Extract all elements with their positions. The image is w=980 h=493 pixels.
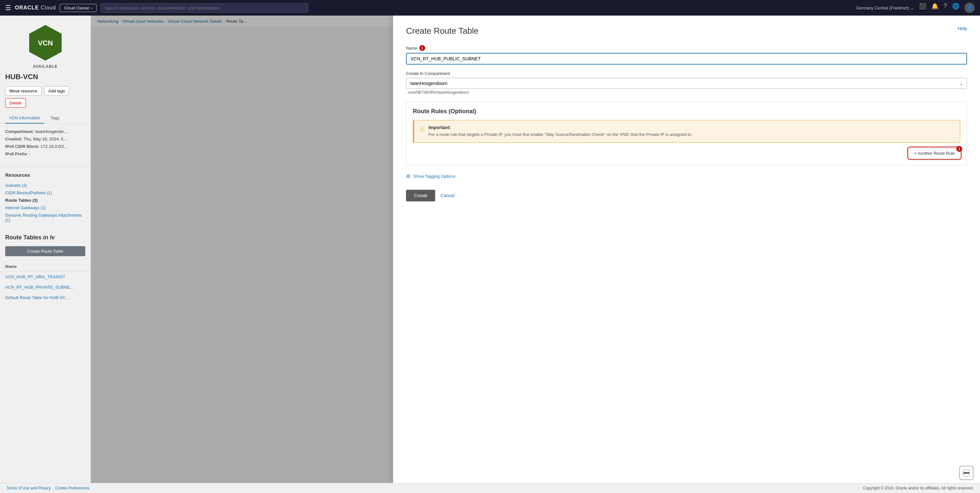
avatar[interactable]: 👤 bbox=[964, 3, 975, 13]
help-link[interactable]: Help bbox=[958, 26, 967, 31]
name-form-group: Name 1 bbox=[406, 45, 967, 65]
top-navigation: ☰ ORACLE Cloud Cloud Classic › Germany C… bbox=[0, 0, 980, 16]
compartment-path: :root/NETWORK/IwanHoogendoorn bbox=[406, 90, 967, 95]
terms-link[interactable]: Terms of Use and Privacy bbox=[6, 486, 51, 490]
vcn-title: HUB-VCN bbox=[0, 73, 91, 86]
route-tables-header: Route Tables in Iv bbox=[0, 229, 91, 246]
move-resource-button[interactable]: Move resource bbox=[5, 86, 41, 96]
sidebar-item-cidr[interactable]: CIDR Blocks/Prefixes (1) bbox=[5, 189, 85, 197]
nav-icons: ⬛ 🔔 ? 🌐 👤 bbox=[919, 3, 975, 13]
show-tagging-options[interactable]: ⚙ Show Tagging Options bbox=[406, 173, 967, 180]
another-route-rule-button[interactable]: + Another Route Rule bbox=[908, 148, 960, 159]
name-input[interactable] bbox=[406, 53, 967, 65]
another-route-rule-area: + Another Route Rule 2 bbox=[413, 148, 960, 159]
footer-left: Terms of Use and Privacy Cookie Preferen… bbox=[6, 486, 89, 490]
tab-vcn-information[interactable]: VCN Information bbox=[5, 113, 44, 124]
vcn-compartment: Compartment: IwanHoogendo... bbox=[5, 129, 85, 134]
table-row-drg-transit[interactable]: VCN_HUB_RT_DRG_TRANSIT bbox=[0, 272, 91, 282]
table-row-default[interactable]: Default Route Table for HUB-VC... bbox=[0, 293, 91, 303]
cancel-button[interactable]: Cancel bbox=[441, 193, 455, 198]
resources-section: Resources Subnets (2) CIDR Blocks/Prefix… bbox=[0, 167, 91, 229]
create-route-table-sidebar-button[interactable]: Create Route Table bbox=[5, 246, 85, 256]
route-rules-box: Route Rules (Optional) ⚠ Important: For … bbox=[406, 101, 967, 165]
vcn-status-label: AVAILABLE bbox=[33, 64, 58, 69]
svg-point-4 bbox=[964, 472, 966, 474]
modal-header: Create Route Table Help bbox=[406, 26, 967, 36]
monitor-icon[interactable]: ⬛ bbox=[919, 3, 926, 13]
vcn-ipv6: IPv6 Prefix: - bbox=[5, 151, 85, 156]
nav-right: Germany Central (Frankfurt) ⌄ ⬛ 🔔 ? 🌐 👤 bbox=[856, 3, 975, 13]
vcn-tabs: VCN Information Tags bbox=[0, 113, 91, 124]
compartment-select-wrapper: IwanHoogendoorn bbox=[406, 78, 967, 89]
hamburger-menu[interactable]: ☰ bbox=[5, 4, 11, 12]
globe-icon[interactable]: 🌐 bbox=[952, 3, 959, 13]
sidebar-item-subnets[interactable]: Subnets (2) bbox=[5, 181, 85, 189]
modal-title: Create Route Table bbox=[406, 26, 479, 36]
compartment-form-group: Create In Compartment IwanHoogendoorn :r… bbox=[406, 71, 967, 95]
content-area: Networking › Virtual cloud networks › Vi… bbox=[91, 16, 980, 493]
sidebar-item-route-tables[interactable]: Route Tables (3) bbox=[5, 197, 85, 204]
warning-icon: ⚠ bbox=[419, 126, 425, 138]
another-route-badge: 2 bbox=[956, 146, 962, 152]
footer: Terms of Use and Privacy Cookie Preferen… bbox=[0, 483, 980, 493]
table-column-name: Name bbox=[0, 261, 91, 272]
create-button[interactable]: Create bbox=[406, 190, 435, 201]
svg-point-3 bbox=[966, 472, 967, 474]
compartment-label: Create In Compartment bbox=[406, 71, 967, 76]
svg-point-5 bbox=[967, 472, 969, 474]
sidebar: VCN AVAILABLE HUB-VCN Move resource Add … bbox=[0, 16, 91, 493]
main-layout: VCN AVAILABLE HUB-VCN Move resource Add … bbox=[0, 16, 980, 493]
name-badge: 1 bbox=[419, 45, 425, 51]
help-widget[interactable] bbox=[959, 466, 974, 480]
sidebar-actions: Move resource Add tags Delete bbox=[0, 86, 91, 113]
add-tags-button[interactable]: Add tags bbox=[44, 86, 69, 96]
vcn-ipv4: IPv4 CIDR Block: 172.16.0.0/2... bbox=[5, 144, 85, 149]
svg-text:VCN: VCN bbox=[38, 39, 52, 47]
vcn-info-panel: Compartment: IwanHoogendo... Created: Th… bbox=[0, 124, 91, 164]
important-text: Important: For a route rule that targets… bbox=[428, 125, 692, 138]
important-banner: ⚠ Important: For a route rule that targe… bbox=[413, 120, 960, 143]
vcn-icon-area: VCN AVAILABLE bbox=[0, 16, 91, 73]
name-label: Name 1 bbox=[406, 45, 967, 51]
tab-tags[interactable]: Tags bbox=[47, 113, 63, 124]
sidebar-item-internet-gateways[interactable]: Internet Gateways (1) bbox=[5, 204, 85, 212]
footer-copyright: Copyright © 2024, Oracle and/or its affi… bbox=[863, 486, 974, 490]
route-rules-title: Route Rules (Optional) bbox=[413, 108, 960, 115]
sidebar-item-drg-attachments[interactable]: Dynamic Routing Gateways Attachments (1) bbox=[5, 212, 85, 224]
vcn-created: Created: Thu, May 16, 2024, 0... bbox=[5, 137, 85, 142]
bell-icon[interactable]: 🔔 bbox=[931, 3, 939, 13]
cloud-classic-button[interactable]: Cloud Classic › bbox=[60, 4, 97, 12]
modal-actions: Create Cancel bbox=[406, 190, 967, 201]
modal-panel: Create Route Table Help Name 1 Create In… bbox=[393, 16, 980, 493]
cookies-link[interactable]: Cookie Preferences bbox=[55, 486, 89, 490]
compartment-select[interactable]: IwanHoogendoorn bbox=[406, 78, 967, 89]
tagging-icon: ⚙ bbox=[406, 173, 410, 180]
search-input[interactable] bbox=[100, 3, 308, 13]
vcn-hexagon-icon: VCN bbox=[26, 23, 65, 62]
oracle-logo: ORACLE Cloud bbox=[15, 5, 56, 11]
delete-button[interactable]: Delete bbox=[5, 98, 26, 108]
table-row-private-subnet[interactable]: VCN_RT_HUB_PRIVATE_SUBNE... bbox=[0, 282, 91, 293]
modal-overlay: Create Route Table Help Name 1 Create In… bbox=[91, 16, 980, 493]
help-icon[interactable]: ? bbox=[944, 3, 947, 13]
region-selector[interactable]: Germany Central (Frankfurt) ⌄ bbox=[856, 5, 914, 10]
